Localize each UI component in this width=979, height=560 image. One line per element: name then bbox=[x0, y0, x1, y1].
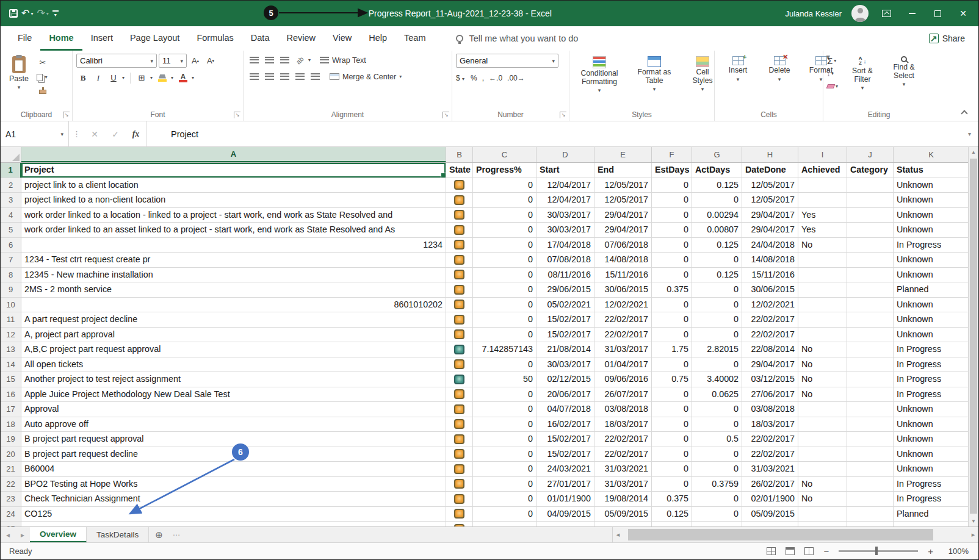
decrease-decimal-button[interactable]: .00→ bbox=[507, 74, 525, 82]
font-size-select[interactable]: 11▾ bbox=[159, 54, 187, 68]
cell-H3[interactable]: 12/05/2017 bbox=[742, 193, 798, 208]
column-header-E[interactable]: E bbox=[594, 147, 652, 162]
cell-C20[interactable]: 0 bbox=[473, 447, 536, 462]
column-header-K[interactable]: K bbox=[894, 147, 969, 162]
cell-K7[interactable]: Unknown bbox=[894, 253, 968, 268]
cell-A17[interactable]: Approval bbox=[21, 402, 446, 417]
cell-B1[interactable]: State bbox=[446, 163, 473, 178]
horizontal-scroll-track[interactable] bbox=[623, 527, 968, 542]
cell-I21[interactable] bbox=[798, 462, 847, 477]
cell-H17[interactable]: 03/08/2018 bbox=[742, 402, 798, 417]
cell-E17[interactable]: 03/08/2018 bbox=[594, 402, 652, 417]
cell-K22[interactable]: In Progress bbox=[894, 477, 968, 492]
cell-H5[interactable]: 29/04/2017 bbox=[742, 223, 798, 238]
cell-J4[interactable] bbox=[847, 208, 894, 223]
cell-I5[interactable]: Yes bbox=[798, 223, 847, 238]
cell-G16[interactable]: 0.0625 bbox=[692, 387, 742, 403]
cell-H6[interactable]: 24/04/2018 bbox=[742, 238, 798, 253]
enter-entry-button[interactable]: ✓ bbox=[105, 121, 126, 146]
scroll-left-icon[interactable]: ◂ bbox=[613, 531, 623, 539]
cell-G18[interactable]: 0 bbox=[692, 417, 742, 433]
cell-C14[interactable]: 0 bbox=[473, 357, 536, 373]
cell-K21[interactable]: Unknown bbox=[894, 462, 968, 477]
cell-H2[interactable]: 12/05/2017 bbox=[742, 178, 798, 193]
cell-D19[interactable]: 15/02/2017 bbox=[536, 432, 594, 447]
cell-A8[interactable]: 12345 - New machine installation bbox=[21, 268, 446, 283]
tab-view[interactable]: View bbox=[324, 26, 360, 51]
cell-H14[interactable]: 29/04/2017 bbox=[742, 357, 798, 373]
cell-A7[interactable]: 1234 - Test ctrt request create pr bbox=[21, 253, 446, 268]
cell-C8[interactable]: 0 bbox=[473, 268, 536, 283]
cell-B7[interactable] bbox=[446, 253, 473, 268]
scroll-right-icon[interactable]: ▸ bbox=[968, 531, 978, 539]
cell-E2[interactable]: 12/05/2017 bbox=[594, 178, 652, 193]
cell-F15[interactable]: 0.75 bbox=[652, 372, 692, 387]
font-color-dropdown-icon[interactable]: ▾ bbox=[192, 75, 194, 81]
horizontal-scrollbar[interactable]: ◂ ▸ bbox=[612, 527, 978, 542]
cell-F4[interactable]: 0 bbox=[652, 208, 692, 223]
cell-E13[interactable]: 31/03/2017 bbox=[594, 342, 652, 357]
cell-F23[interactable]: 0.375 bbox=[652, 492, 692, 507]
share-button[interactable]: ↗ Share bbox=[916, 26, 978, 51]
cell-G8[interactable]: 0.125 bbox=[692, 268, 742, 283]
cell-J23[interactable] bbox=[847, 492, 894, 507]
cell-J16[interactable] bbox=[847, 387, 894, 403]
fill-dropdown-icon[interactable]: ▾ bbox=[831, 71, 834, 76]
cell-H4[interactable]: 29/04/2017 bbox=[742, 208, 798, 223]
cell-I18[interactable] bbox=[798, 417, 847, 433]
cell-E9[interactable]: 30/06/2015 bbox=[594, 282, 652, 298]
delete-cells-button[interactable]: ✕ Delete ▾ bbox=[760, 54, 799, 85]
cell-F25[interactable] bbox=[652, 522, 692, 526]
cell-B15[interactable] bbox=[446, 372, 473, 387]
redo-button[interactable]: ↷▾ bbox=[37, 9, 48, 18]
column-header-A[interactable]: A bbox=[21, 147, 446, 162]
autosum-button[interactable]: Σ▾ bbox=[827, 55, 839, 66]
cell-E12[interactable]: 22/02/2017 bbox=[594, 328, 652, 343]
increase-decimal-button[interactable]: ←.0 bbox=[489, 74, 502, 82]
number-format-select[interactable]: General▾ bbox=[456, 54, 558, 68]
cell-D3[interactable]: 12/04/2017 bbox=[536, 193, 594, 208]
cell-D15[interactable]: 02/12/2015 bbox=[536, 372, 594, 387]
cell-H7[interactable]: 14/08/2018 bbox=[742, 253, 798, 268]
cell-H21[interactable]: 31/03/2021 bbox=[742, 462, 798, 477]
cell-B6[interactable] bbox=[446, 238, 473, 253]
cell-K5[interactable]: Unknown bbox=[894, 223, 968, 238]
cell-J10[interactable] bbox=[847, 298, 894, 313]
cell-A25[interactable] bbox=[21, 522, 446, 526]
cell-B21[interactable] bbox=[446, 462, 473, 477]
tab-splitter-handle[interactable]: ⋯ bbox=[169, 527, 184, 542]
cell-F14[interactable]: 0 bbox=[652, 357, 692, 373]
zoom-level[interactable]: 100% bbox=[943, 547, 969, 556]
cell-D7[interactable]: 07/08/2018 bbox=[536, 253, 594, 268]
cell-C13[interactable]: 7.142857143 bbox=[473, 342, 536, 357]
cell-C3[interactable]: 0 bbox=[473, 193, 536, 208]
cell-G2[interactable]: 0.125 bbox=[692, 178, 742, 193]
cell-J14[interactable] bbox=[847, 357, 894, 373]
zoom-in-button[interactable]: + bbox=[928, 546, 933, 556]
cancel-entry-button[interactable]: ✕ bbox=[84, 121, 105, 146]
cell-J22[interactable] bbox=[847, 477, 894, 492]
cell-A13[interactable]: A,B,C project part request approval bbox=[21, 342, 446, 357]
cell-K8[interactable]: Unknown bbox=[894, 268, 968, 283]
cell-A21[interactable]: B60004 bbox=[21, 462, 446, 477]
cell-K2[interactable]: Unknown bbox=[894, 178, 968, 193]
cell-H12[interactable]: 22/02/2017 bbox=[742, 328, 798, 343]
tab-formulas[interactable]: Formulas bbox=[188, 26, 242, 51]
formula-bar-expand-icon[interactable]: ▾ bbox=[961, 121, 978, 146]
cell-J25[interactable] bbox=[847, 522, 894, 526]
tab-file[interactable]: File bbox=[9, 26, 40, 51]
column-header-B[interactable]: B bbox=[446, 147, 473, 162]
cell-B24[interactable] bbox=[446, 507, 473, 522]
tab-review[interactable]: Review bbox=[278, 26, 324, 51]
horizontal-scroll-thumb[interactable] bbox=[628, 529, 933, 540]
paste-dropdown-icon[interactable]: ▾ bbox=[18, 84, 21, 90]
copy-button[interactable]: ▾ bbox=[36, 71, 49, 84]
cell-G7[interactable]: 0 bbox=[692, 253, 742, 268]
undo-dropdown-icon[interactable]: ▾ bbox=[31, 11, 33, 16]
cell-K11[interactable]: Unknown bbox=[894, 312, 968, 328]
cell-B17[interactable] bbox=[446, 402, 473, 417]
cell-B12[interactable] bbox=[446, 328, 473, 343]
cell-F18[interactable]: 0 bbox=[652, 417, 692, 433]
scroll-up-icon[interactable]: ▲ bbox=[969, 147, 978, 157]
decrease-font-size-button[interactable]: A▾ bbox=[204, 54, 217, 67]
